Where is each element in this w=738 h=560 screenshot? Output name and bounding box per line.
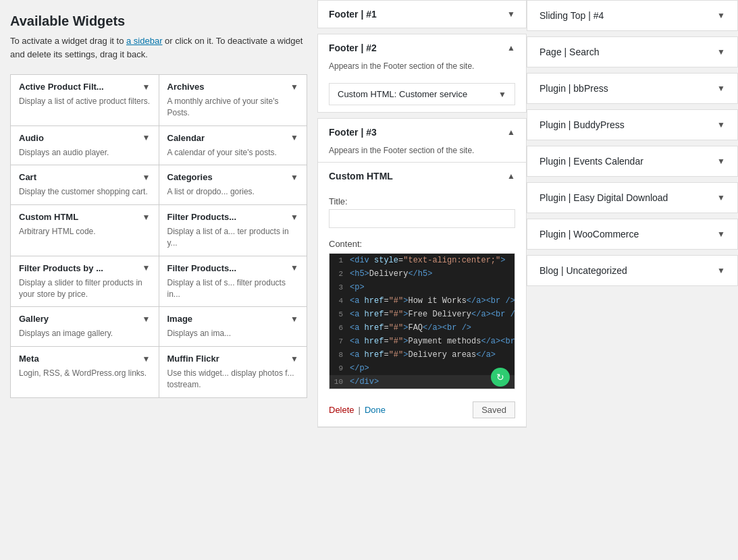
right-section-plugin-events-calendar[interactable]: Plugin | Events Calendar ▼ — [527, 146, 738, 177]
code-editor[interactable]: 1<div style="text-align:center;">2<h5>De… — [329, 253, 515, 389]
widget-header[interactable]: Gallery ▼ — [19, 314, 151, 324]
desc-text-start: To activate a widget drag it to — [10, 36, 124, 46]
panel-description: To activate a widget drag it to a sideba… — [10, 34, 307, 61]
right-section-plugin-easy-digital[interactable]: Plugin | Easy Digital Download ▼ — [527, 182, 738, 213]
footer1-header[interactable]: Footer | #1 ▼ — [318, 1, 526, 28]
widget-chevron-down-icon: ▼ — [142, 354, 151, 364]
delete-link[interactable]: Delete — [329, 405, 354, 415]
available-widgets-panel: Available Widgets To activate a widget d… — [0, 0, 317, 560]
widget-chevron-down-icon: ▼ — [142, 263, 151, 273]
widget-chevron-down-icon: ▼ — [142, 213, 151, 222]
code-line-3: 3<p> — [330, 281, 515, 294]
panel-title: Available Widgets — [10, 13, 307, 29]
right-section-title: Blog | Uncategorized — [539, 265, 627, 276]
right-section-sliding-top[interactable]: Sliding Top | #4 ▼ — [527, 0, 738, 31]
widget-desc: Login, RSS, & WordPress.org links. — [19, 368, 151, 379]
widget-name: Categories — [167, 172, 213, 182]
widget-chevron-down-icon: ▼ — [290, 213, 298, 222]
right-section-chevron-down-icon: ▼ — [717, 47, 725, 57]
right-section-plugin-buddypress[interactable]: Plugin | BuddyPress ▼ — [527, 109, 738, 140]
widget-item-gallery[interactable]: Gallery ▼ Displays an image gallery. — [11, 307, 159, 346]
widget-item-meta[interactable]: Meta ▼ Login, RSS, & WordPress.org links… — [11, 347, 159, 397]
title-input[interactable] — [329, 209, 515, 228]
footer2-desc: Appears in the Footer section of the sit… — [318, 61, 526, 78]
widget-chevron-down-icon: ▼ — [290, 314, 298, 324]
widget-item-custom-html[interactable]: Custom HTML ▼ Arbitrary HTML code. — [11, 205, 159, 256]
widget-actions: Delete | Done Saved — [318, 396, 526, 426]
widget-header[interactable]: Muffin Flickr ▼ — [167, 354, 299, 364]
widget-chevron-down-icon: ▼ — [142, 133, 151, 142]
line-number: 8 — [330, 351, 350, 359]
widget-header[interactable]: Archives ▼ — [167, 82, 299, 92]
footer3-header[interactable]: Footer | #3 ▲ — [318, 119, 526, 146]
right-section-chevron-down-icon: ▼ — [717, 120, 725, 130]
code-line-7: 7<a href="#">Payment methods</a><br /> — [330, 335, 515, 348]
widget-item-filter-products-by[interactable]: Filter Products by ... ▼ Display a slide… — [11, 256, 159, 307]
widget-name: Muffin Flickr — [167, 354, 219, 364]
widget-header[interactable]: Active Product Filt... ▼ — [19, 82, 151, 92]
widget-item-image[interactable]: Image ▼ Displays an ima... — [159, 307, 307, 346]
widget-name: Custom HTML — [19, 212, 78, 222]
widget-item-categories[interactable]: Categories ▼ A list or dropdo... gories. — [159, 165, 307, 204]
widget-item-archives[interactable]: Archives ▼ A monthly archive of your sit… — [159, 75, 307, 125]
action-links: Delete | Done — [329, 405, 386, 415]
custom-html-header[interactable]: Custom HTML ▲ — [318, 163, 526, 190]
custom-html-customer-title: Custom HTML: Customer service — [338, 89, 467, 99]
footer2-header[interactable]: Footer | #2 ▲ — [318, 34, 526, 61]
custom-html-customer-header[interactable]: Custom HTML: Customer service ▼ — [330, 84, 515, 105]
widget-item-audio[interactable]: Audio ▼ Displays an audio player. — [11, 126, 159, 165]
code-line-8: 8<a href="#">Delivery areas</a> — [330, 348, 515, 362]
right-section-chevron-down-icon: ▼ — [717, 84, 725, 93]
widget-name: Filter Products... — [167, 263, 237, 273]
widget-header[interactable]: Image ▼ — [167, 314, 299, 324]
refresh-button[interactable]: ↻ — [491, 368, 510, 387]
right-section-plugin-bbpress[interactable]: Plugin | bbPress ▼ — [527, 73, 738, 104]
widget-item-calendar[interactable]: Calendar ▼ A calendar of your site's pos… — [159, 126, 307, 165]
widget-desc: A list or dropdo... gories. — [167, 186, 299, 198]
widget-header[interactable]: Categories ▼ — [167, 172, 299, 182]
right-section-title: Sliding Top | #4 — [539, 10, 604, 21]
widget-header[interactable]: Custom HTML ▼ — [19, 212, 151, 222]
widget-desc: Display a list of s... filter products i… — [167, 277, 299, 300]
footer3-desc: Appears in the Footer section of the sit… — [318, 146, 526, 162]
widget-item-filter-products2[interactable]: Filter Products... ▼ Display a list of s… — [159, 256, 307, 307]
custom-html-customer-chevron-down-icon: ▼ — [498, 90, 506, 99]
widget-item-cart[interactable]: Cart ▼ Display the customer shopping car… — [11, 165, 159, 204]
center-panel: Footer | #1 ▼ Footer | #2 ▲ Appears in t… — [317, 0, 527, 560]
line-content: <a href="#">FAQ</a><br /> — [350, 323, 471, 333]
line-number: 2 — [330, 270, 350, 278]
right-section-plugin-woocommerce[interactable]: Plugin | WooCommerce ▼ — [527, 219, 738, 250]
widget-item-filter-products[interactable]: Filter Products... ▼ Display a list of a… — [159, 205, 307, 256]
right-section-blog-uncategorized[interactable]: Blog | Uncategorized ▼ — [527, 255, 738, 286]
right-section-title: Plugin | BuddyPress — [539, 119, 625, 130]
widget-desc: A calendar of your site's posts. — [167, 147, 299, 159]
widget-chevron-down-icon: ▼ — [290, 263, 298, 273]
right-section-title: Plugin | WooCommerce — [539, 229, 639, 240]
widget-header[interactable]: Audio ▼ — [19, 133, 151, 143]
right-section-chevron-down-icon: ▼ — [717, 157, 725, 166]
widget-header[interactable]: Cart ▼ — [19, 172, 151, 182]
widget-name: Meta — [19, 354, 39, 364]
widget-item-active-product-filter[interactable]: Active Product Filt... ▼ Display a list … — [11, 75, 159, 125]
widget-header[interactable]: Meta ▼ — [19, 354, 151, 364]
widget-chevron-down-icon: ▼ — [290, 133, 298, 142]
footer1-chevron-down-icon: ▼ — [507, 9, 515, 19]
done-link[interactable]: Done — [365, 405, 386, 415]
widget-name: Filter Products... — [167, 212, 237, 222]
saved-button[interactable]: Saved — [473, 401, 515, 418]
widget-header[interactable]: Filter Products... ▼ — [167, 263, 299, 273]
sidebar-link[interactable]: a sidebar — [126, 36, 162, 46]
widget-header[interactable]: Filter Products by ... ▼ — [19, 263, 151, 273]
line-content: <a href="#">Delivery areas</a> — [350, 350, 496, 360]
widget-header[interactable]: Filter Products... ▼ — [167, 212, 299, 222]
custom-html-title: Custom HTML — [329, 171, 393, 181]
right-section-title: Plugin | bbPress — [539, 83, 608, 94]
code-line-9: 9</p> — [330, 362, 515, 375]
widget-desc: Displays an image gallery. — [19, 328, 151, 339]
widget-chevron-down-icon: ▼ — [290, 82, 298, 92]
code-line-6: 6<a href="#">FAQ</a><br /> — [330, 321, 515, 335]
right-section-page-search[interactable]: Page | Search ▼ — [527, 36, 738, 67]
code-line-10: 10</div> — [330, 375, 515, 389]
widget-item-muffin-flickr[interactable]: Muffin Flickr ▼ Use this widget... displ… — [159, 347, 307, 397]
widget-header[interactable]: Calendar ▼ — [167, 133, 299, 143]
